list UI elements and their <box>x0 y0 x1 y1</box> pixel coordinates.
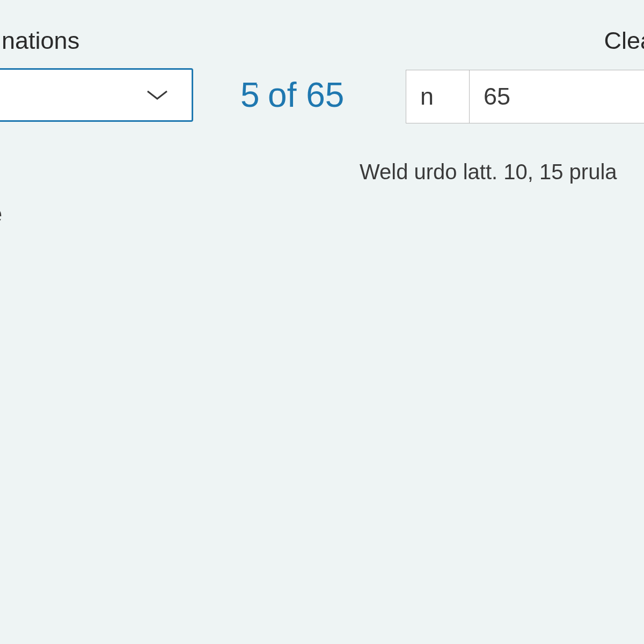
n-input-group: n 65 <box>406 70 644 123</box>
header-left-label: ainations <box>0 27 79 55</box>
secondary-text: le <box>0 201 2 228</box>
n-value-input[interactable]: 65 <box>470 70 644 123</box>
chevron-down-icon <box>145 83 169 107</box>
count-total: 65 <box>306 76 344 114</box>
hint-text: Weld urdo latt. 10, 15 prula <box>360 160 617 184</box>
dropdown-select[interactable] <box>0 68 193 122</box>
n-label-cell: n <box>406 70 470 123</box>
count-of: of <box>268 76 296 114</box>
count-prime: ' <box>255 80 259 98</box>
header-right-label[interactable]: Clea <box>604 27 644 55</box>
count-display: 5' of 65 <box>240 75 344 115</box>
